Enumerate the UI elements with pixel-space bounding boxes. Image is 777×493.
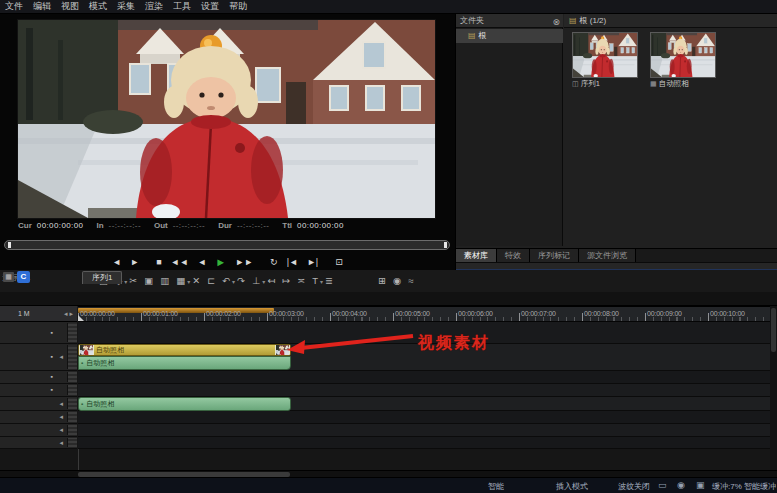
copy-icon[interactable]: ▣ [144,274,153,288]
status-mode[interactable]: 智能 [488,481,504,492]
track-lock-strip[interactable] [67,438,77,447]
track-header-audio[interactable]: ◂ [0,397,77,411]
menu-edit[interactable]: 编辑 [28,0,56,13]
vertical-scrollbar[interactable] [770,306,777,470]
bin-item-video-clip[interactable]: ▦ 自动照相 [650,32,720,90]
tab-source-browser[interactable]: 源文件浏览 [579,249,636,262]
prev-frame-button[interactable]: ◄ [197,256,206,269]
status-ripple-mode[interactable]: 波纹关闭 [618,481,650,492]
playhead-marker[interactable] [78,315,84,321]
bin-thumbnail[interactable] [650,32,716,78]
menu-view[interactable]: 视图 [56,0,84,13]
menu-help[interactable]: 帮助 [224,0,252,13]
tab-bin[interactable]: 素材库 [456,249,497,262]
track-lock-strip[interactable] [67,385,77,395]
set-in-button[interactable]: ◄ [112,256,121,269]
track-lock-strip[interactable] [67,323,77,342]
menu-settings[interactable]: 设置 [196,0,224,13]
track-expand-button[interactable]: ◂ [59,353,63,361]
menu-tools[interactable]: 工具 [168,0,196,13]
scrubber-handle-left[interactable] [8,242,11,248]
track-expand-button[interactable]: ◂ [59,413,63,421]
track-lane[interactable] [78,384,777,397]
track-expand-button[interactable]: ◂ [59,439,63,447]
stop-button[interactable]: ■ [156,256,161,269]
horizontal-scrollbar[interactable] [0,470,777,477]
track-lane[interactable] [78,411,777,424]
timeline-clip-audio[interactable]: ▪自动照相 [78,356,291,370]
bin-thumbnail[interactable] [572,32,638,78]
track-lock-strip[interactable] [67,412,77,422]
delete-icon[interactable]: ▦ [176,274,185,288]
track-mute-button[interactable]: ▪ [51,329,53,337]
track-header-audio[interactable]: ◂ [0,437,77,449]
rewind-button[interactable]: ◄◄ [171,256,189,269]
track-expand-button[interactable]: ◂ [59,426,63,434]
scrubber-handle-right[interactable] [444,242,447,248]
track-header-audio[interactable]: ◂ [0,411,77,424]
trim-right-icon[interactable]: ↦ [282,274,290,288]
track-header-va[interactable]: ▪ ◂ [0,344,77,371]
folder-tree-item-root[interactable]: ▤根 [456,29,563,43]
match-frame-icon[interactable]: ≍ [297,274,305,288]
export-icon[interactable]: ⊞ [378,274,386,288]
prev-edit-button[interactable]: |◄ [287,256,298,269]
timeline-clip-video[interactable]: 自动照相 [78,344,291,356]
scrollbar-thumb[interactable] [771,308,776,352]
set-point-icon[interactable]: ⊏ [207,274,215,288]
track-header-v[interactable]: ▪ [0,322,77,344]
menu-file[interactable]: 文件 [0,0,28,13]
track-lock-strip[interactable] [67,372,77,382]
status-insert-mode[interactable]: 插入模式 [556,481,588,492]
fullscreen-button[interactable]: ⊡ [335,256,343,269]
fast-forward-button[interactable]: ►► [235,256,253,269]
track-lane[interactable] [78,424,777,437]
play-button[interactable]: ► [215,256,226,269]
voiceover-icon[interactable]: ◉ [393,274,401,288]
clear-filter-icon[interactable]: ⊗ [552,15,560,29]
track-header-audio[interactable]: ◂ [0,424,77,437]
render-status-icon[interactable]: ▣ [696,480,705,490]
sequence-badge-icon[interactable]: C [17,271,30,283]
menu-render[interactable]: 渲染 [140,0,168,13]
cut-icon[interactable]: ✂ [129,274,137,288]
track-header[interactable]: ▪ [0,371,77,384]
track-header-master[interactable]: 1 M ◂ ▸ [0,306,77,322]
timeline-ruler[interactable]: 00:00:00:00 00:00:01:00 00:00:02:00 00:0… [78,306,777,322]
track-lane[interactable] [78,371,777,384]
waveform-icon[interactable]: ≈ [408,274,413,288]
timeline-clip-audio-2[interactable]: ▪自动照相 [78,397,291,411]
ripple-delete-icon[interactable]: ✕ [192,274,200,288]
track-lock-strip[interactable] [67,425,77,435]
track-scroll-arrows[interactable]: ◂ ▸ [64,306,73,321]
menu-mode[interactable]: 模式 [84,0,112,13]
redo-icon[interactable]: ↷ [237,274,245,288]
track-mute-button[interactable]: ▪ [51,353,53,361]
track-mute-button[interactable]: ▪ [51,386,53,394]
track-header[interactable]: ▪ [0,384,77,397]
tab-sequence-marker[interactable]: 序列标记 [530,249,579,262]
title-tool-icon[interactable]: T [312,274,318,288]
film-icon[interactable]: ▦ [3,272,14,282]
loop-button[interactable]: ↻ [270,256,278,269]
tab-sequence-1[interactable]: 序列1 [82,271,122,284]
folder-status-icon[interactable]: ▭ [658,480,667,490]
undo-icon[interactable]: ↶ [222,274,230,288]
set-out-button[interactable]: ► [130,256,139,269]
next-edit-button[interactable]: ►| [307,256,318,269]
trim-left-icon[interactable]: ↤ [267,274,275,288]
tab-effects[interactable]: 特效 [497,249,530,262]
mixer-icon[interactable]: ≣ [325,274,333,288]
bin-item-sequence[interactable]: ◫ 序列1 [572,32,642,90]
sync-status-icon[interactable]: ◉ [677,480,685,490]
status-bar: 智能 插入模式 波纹关闭 ▭ ◉ ▣ 缓冲:7% 智能缓冲 [0,477,777,493]
track-mute-button[interactable]: ▪ [51,373,53,381]
track-lock-strip[interactable] [67,398,77,409]
menu-capture[interactable]: 采集 [112,0,140,13]
paste-icon[interactable]: ▥ [160,274,169,288]
add-transition-icon[interactable]: ⊥ [252,274,260,288]
track-expand-button[interactable]: ◂ [59,400,63,408]
track-lane[interactable] [78,437,777,449]
track-lock-strip[interactable] [67,345,77,369]
position-scrubber[interactable] [4,240,450,250]
